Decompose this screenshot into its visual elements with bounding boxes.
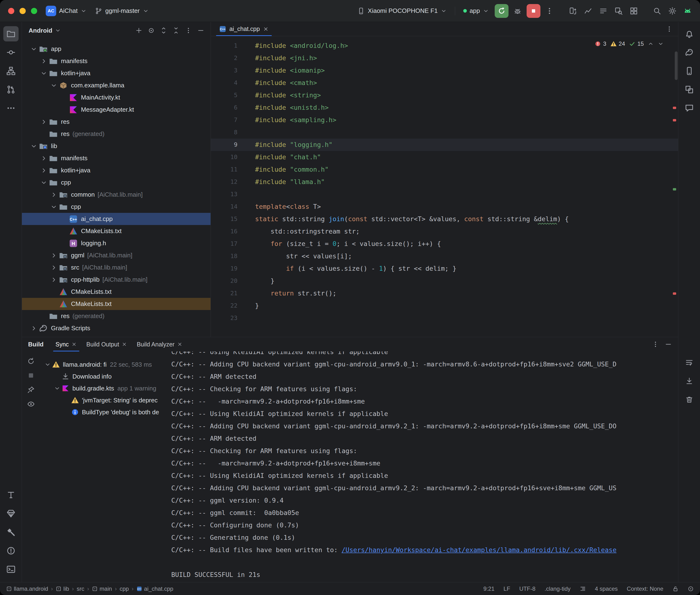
editor-scrollbar[interactable] <box>675 51 678 80</box>
tree-item-cmakelists-txt[interactable]: CMakeLists.txt <box>22 298 211 310</box>
clang-tidy-widget[interactable]: .clang-tidy <box>544 586 570 592</box>
assistant-button[interactable] <box>682 101 697 116</box>
code-line-14[interactable]: 14template<class T> <box>211 200 678 213</box>
error-stripe-mark[interactable] <box>673 119 676 121</box>
build-tab-build-analyzer[interactable]: Build Analyzer <box>132 337 187 351</box>
tree-item-manifests[interactable]: manifests <box>22 55 211 67</box>
chevron-right-icon[interactable] <box>39 118 49 126</box>
notifications-button[interactable] <box>682 26 697 41</box>
app-insights-button[interactable] <box>3 506 19 521</box>
pull-requests-button[interactable] <box>3 82 19 97</box>
build-variants-button[interactable] <box>682 82 697 97</box>
tree-item-cmakelists-txt[interactable]: CMakeLists.txt <box>22 225 211 237</box>
tree-item-res[interactable]: res <box>22 116 211 128</box>
chevron-right-icon[interactable] <box>39 167 49 174</box>
build-tree-item-build-gradle-kts[interactable]: build.gradle.ktsapp 1 warning <box>40 382 170 394</box>
code-line-21[interactable]: 21 return str.str(); <box>211 287 678 300</box>
tree-item-res[interactable]: res(generated) <box>22 128 211 140</box>
build-hammer-button[interactable] <box>3 525 19 540</box>
tree-item-mainactivity-kt[interactable]: MainActivity.kt <box>22 91 211 104</box>
chevron-right-icon[interactable] <box>39 57 49 65</box>
breadcrumb-ai-chat-cpp[interactable]: C++ai_chat.cpp <box>137 586 173 592</box>
code-line-22[interactable]: 22} <box>211 300 678 312</box>
expand-all-button[interactable] <box>158 25 169 36</box>
watch-button[interactable] <box>26 399 36 409</box>
tree-item-cmakelists-txt[interactable]: CMakeLists.txt <box>22 286 211 298</box>
tree-item-cpp[interactable]: cpp <box>22 176 211 189</box>
breadcrumb-cpp[interactable]: cpp <box>119 586 129 592</box>
build-tree-item-buildtype-debug-is-both-de[interactable]: BuildType 'debug' is both de <box>40 406 170 418</box>
code-line-19[interactable]: 19 if (i < values.size() - 1) { str << d… <box>211 262 678 275</box>
chevron-down-icon[interactable] <box>49 203 59 211</box>
code-line-10[interactable]: 10#include "chat.h" <box>211 151 678 163</box>
tree-item-cpp-httplib[interactable]: cpp-httplib[AiChat.lib.main] <box>22 274 211 286</box>
encoding-widget[interactable]: UTF-8 <box>519 586 535 592</box>
tree-item-res[interactable]: res(generated) <box>22 310 211 322</box>
sync-refresh-button[interactable] <box>26 356 36 366</box>
chevron-down-icon[interactable] <box>39 179 49 187</box>
build-tab-build-output[interactable]: Build Output <box>82 337 132 351</box>
passed-count[interactable]: 15 <box>629 40 644 47</box>
code-line-4[interactable]: 4#include <cmath> <box>211 77 678 89</box>
next-problem-icon[interactable] <box>657 41 664 47</box>
chevron-down-icon[interactable] <box>29 45 38 53</box>
chevron-down-icon[interactable] <box>49 82 59 89</box>
settings-button[interactable] <box>666 4 679 18</box>
code-line-23[interactable]: 23 <box>211 312 678 324</box>
code-line-12[interactable]: 12#include "llama.h" <box>211 176 678 188</box>
close-tab-icon[interactable] <box>263 26 269 32</box>
console-file-link[interactable]: /Users/hanyin/Workspace/ai-chat/examples… <box>341 546 616 554</box>
tree-item-ggml[interactable]: ggml[AiChat.lib.main] <box>22 249 211 261</box>
more-tool-windows-button[interactable] <box>3 101 19 116</box>
project-view-selector[interactable]: Android <box>29 27 52 34</box>
add-button[interactable] <box>133 25 144 36</box>
build-options-icon[interactable] <box>652 341 659 348</box>
more-button[interactable] <box>183 25 194 36</box>
device-manager-button[interactable] <box>682 63 697 79</box>
code-line-17[interactable]: 17 for (size_t i = 0; i < values.size();… <box>211 237 678 250</box>
app-inspection-button[interactable] <box>612 4 625 18</box>
more-run-actions-button[interactable] <box>543 4 556 18</box>
code-line-16[interactable]: 16 std::ostringstream str; <box>211 225 678 237</box>
zoom-window-button[interactable] <box>31 8 37 14</box>
tree-item-common[interactable]: common[AiChat.lib.main] <box>22 189 211 201</box>
build-tab-sync[interactable]: Sync <box>51 337 82 351</box>
code-line-18[interactable]: 18 str << values[i]; <box>211 250 678 262</box>
project-folder-button[interactable] <box>3 26 19 41</box>
debug-button[interactable] <box>511 4 524 18</box>
hide-build-panel-icon[interactable] <box>665 341 672 348</box>
device-selector[interactable]: Xiaomi POCOPHONE F1 <box>354 5 450 17</box>
line-ending-widget[interactable]: LF <box>504 586 510 592</box>
tree-item-kotlin-java[interactable]: kotlin+java <box>22 67 211 79</box>
caret-position-widget[interactable]: 9:21 <box>483 586 495 592</box>
lock-icon-widget[interactable] <box>672 586 678 592</box>
chevron-down-icon[interactable] <box>29 142 38 150</box>
chevron-down-icon[interactable] <box>43 361 52 368</box>
error-stripe-mark[interactable] <box>673 292 676 295</box>
code-line-5[interactable]: 5#include <string> <box>211 89 678 102</box>
minimize-window-button[interactable] <box>20 8 26 14</box>
chevron-down-icon[interactable] <box>39 69 49 77</box>
run-configuration-selector[interactable]: app <box>460 5 492 17</box>
locate-button[interactable] <box>146 25 157 36</box>
warnings-count[interactable]: 24 <box>610 40 625 47</box>
code-line-6[interactable]: 6#include <unistd.h> <box>211 102 678 114</box>
errors-count[interactable]: 3 <box>594 40 606 47</box>
tree-item-messageadapter-kt[interactable]: MessageAdapter.kt <box>22 104 211 116</box>
code-line-3[interactable]: 3#include <iomanip> <box>211 64 678 77</box>
code-line-9[interactable]: 9#include "logging.h" <box>211 139 678 151</box>
profiler-button[interactable] <box>581 4 595 18</box>
code-line-13[interactable]: 13 <box>211 188 678 200</box>
close-window-button[interactable] <box>8 8 14 14</box>
context-widget[interactable]: Context: None <box>627 586 663 592</box>
tree-item-src[interactable]: src[AiChat.lib.main] <box>22 261 211 274</box>
indent-icon-widget[interactable] <box>580 586 586 592</box>
breadcrumb-main[interactable]: main <box>92 586 112 592</box>
tree-item-com-example-llama[interactable]: com.example.llama <box>22 79 211 91</box>
chevron-right-icon[interactable] <box>29 324 38 332</box>
build-tree-item-llama-android-fi[interactable]: llama.android: fi22 sec, 583 ms <box>40 359 170 370</box>
tree-item-ai-chat-cpp[interactable]: C++ai_chat.cpp <box>22 213 211 225</box>
soft-wrap-button[interactable] <box>682 355 697 370</box>
editor-tab-ai-chat-cpp[interactable]: C++ ai_chat.cpp <box>214 22 274 36</box>
rerun-app-button[interactable] <box>495 4 508 18</box>
